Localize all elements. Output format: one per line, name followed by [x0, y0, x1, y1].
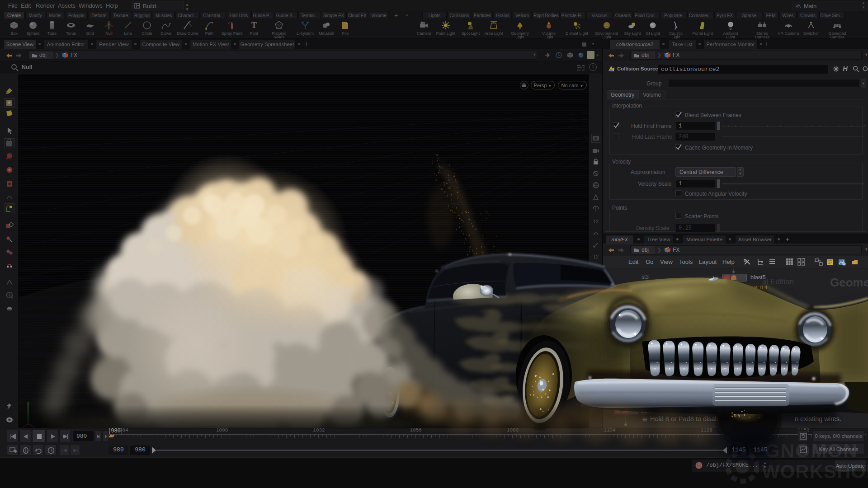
svg-text:12: 12	[593, 219, 599, 224]
svg-text:T: T	[251, 21, 257, 30]
svg-text:12: 12	[593, 254, 599, 259]
